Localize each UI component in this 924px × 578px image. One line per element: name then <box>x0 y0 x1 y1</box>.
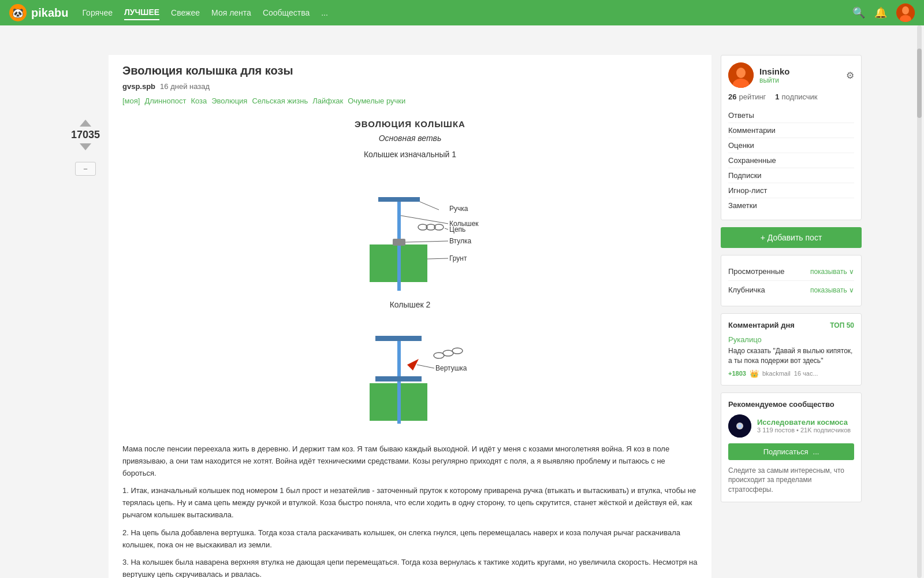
svg-rect-23 <box>375 376 422 381</box>
add-post-button[interactable]: + Добавить пост <box>721 227 862 248</box>
scrollbar-thumb[interactable] <box>917 49 922 118</box>
klubnichka-row: Клубничка показывать ∨ <box>728 281 854 299</box>
rec-community: Исследователи космоса 3 119 постов • 21K… <box>728 414 854 438</box>
username[interactable]: Insinko <box>759 66 790 76</box>
sidebar-item-comments[interactable]: Комментарии <box>728 123 854 138</box>
viewed-show-link[interactable]: показывать ∨ <box>810 268 854 276</box>
sidebar-item-saved[interactable]: Сохраненные <box>728 153 854 168</box>
nav-moya-lenta[interactable]: Моя лента <box>211 6 251 20</box>
user-info: Insinko выйти <box>759 66 790 84</box>
viewed-row: Просмотренные показывать ∨ <box>728 262 854 281</box>
sidebar: Insinko выйти ⚙ 26 рейтинг 1 подписчик О… <box>711 50 862 578</box>
tag-dlinnopst[interactable]: Длиннопост <box>144 97 186 105</box>
preferences-card: Просмотренные показывать ∨ Клубничка пок… <box>721 255 862 306</box>
comment-user[interactable]: bkackmail <box>762 370 791 377</box>
post-text-3: 2. На цепь была добавлена вертушка. Тогд… <box>122 527 698 551</box>
kolushek2-label: Колышек 2 <box>127 300 693 309</box>
kolushek1-label: Колышек изначальный 1 <box>127 150 693 159</box>
sidebar-item-ignore[interactable]: Игнор-лист <box>728 183 854 198</box>
svg-text:Вертушка: Вертушка <box>435 364 467 372</box>
sidebar-item-answers[interactable]: Ответы <box>728 108 854 123</box>
comment-time: 16 час... <box>794 370 818 377</box>
svg-text:Втулка: Втулка <box>449 237 471 245</box>
sidebar-nav: Ответы Комментарии Оценки Сохраненные По… <box>728 108 854 213</box>
sidebar-item-ratings[interactable]: Оценки <box>728 138 854 153</box>
comment-author[interactable]: Рукалицо <box>728 335 854 344</box>
branch-title: Основная ветвь <box>127 134 693 143</box>
scrollbar[interactable] <box>917 25 922 578</box>
user-card: Insinko выйти ⚙ 26 рейтинг 1 подписчик О… <box>721 55 862 220</box>
comment-day-header: Комментарий дня ТОП 50 <box>728 321 854 329</box>
tag-selskaya[interactable]: Сельская жизнь <box>252 97 308 105</box>
subscribers-label: подписчик <box>782 92 818 101</box>
nav-luchshee[interactable]: ЛУЧШЕЕ <box>124 5 159 20</box>
user-stats: 26 рейтинг 1 подписчик <box>728 92 854 101</box>
nav-svezhee[interactable]: Свежее <box>171 6 200 20</box>
bell-icon[interactable]: 🔔 <box>874 6 887 19</box>
post-title: Эволюция колышка для козы <box>122 64 698 77</box>
klubnichka-show-link[interactable]: показывать ∨ <box>810 286 854 294</box>
post-tags: [моя] Длиннопост Коза Эволюция Сельская … <box>122 97 698 105</box>
svg-line-13 <box>401 216 448 224</box>
downvote-button[interactable] <box>80 143 91 150</box>
svg-text:Цепь: Цепь <box>449 225 465 234</box>
tag-ochumelye[interactable]: Очумелые ручки <box>348 97 405 105</box>
diagram-svg2: Вертушка <box>323 314 497 429</box>
search-icon[interactable]: 🔍 <box>852 6 865 19</box>
sidebar-item-notes[interactable]: Заметки <box>728 198 854 213</box>
tag-moy[interactable]: [моя] <box>122 97 140 105</box>
logo[interactable]: 🐼 pikabu <box>9 4 68 21</box>
vote-column: 17035 − <box>62 50 109 578</box>
logo-text: pikabu <box>31 6 68 20</box>
main-content: Эволюция колышка для козы gvsp.spb 16 дн… <box>109 55 711 578</box>
save-button[interactable]: − <box>75 162 96 176</box>
settings-icon[interactable]: ⚙ <box>846 70 854 81</box>
subscribe-button[interactable]: Подписаться ... <box>728 443 854 460</box>
tag-laifkhak[interactable]: Лайфхак <box>312 97 343 105</box>
user-avatar-header[interactable] <box>896 3 915 22</box>
svg-rect-5 <box>378 197 420 202</box>
svg-text:Грунт: Грунт <box>449 254 467 262</box>
diagram-svg1-wrap: Ручка Колышек Цепь Втулка Грунт <box>127 164 693 291</box>
vote-count: 17035 <box>71 129 100 141</box>
upvote-button[interactable] <box>80 120 91 127</box>
svg-rect-22 <box>375 336 422 341</box>
comment-day-title: Комментарий дня <box>728 321 795 329</box>
svg-line-15 <box>445 228 448 229</box>
svg-line-17 <box>405 241 448 242</box>
page-wrapper: 17035 − Эволюция колышка для козы gvsp.s… <box>58 50 866 578</box>
crown-icon: 👑 <box>750 369 759 378</box>
top50-link[interactable]: ТОП 50 <box>830 321 854 329</box>
user-header: Insinko выйти ⚙ <box>728 62 854 88</box>
diagram-svg1: Ручка Колышек Цепь Втулка Грунт <box>323 164 497 291</box>
post-text-2: 1. Итак, изначальный колышек под номером… <box>122 485 698 521</box>
rec-title: Рекомендуемое сообщество <box>728 400 854 409</box>
subscribers-count: 1 <box>775 92 779 101</box>
tag-evolyutsiya[interactable]: Эволюция <box>211 97 247 105</box>
rating-stat: 26 рейтинг <box>728 92 766 101</box>
post-text-1: Мама после пенсии переехала жить в дерев… <box>122 443 698 479</box>
svg-text:Ручка: Ручка <box>449 205 468 213</box>
sidebar-avatar[interactable] <box>728 62 754 88</box>
tag-koza[interactable]: Коза <box>191 97 207 105</box>
subscribe-more[interactable]: ... <box>813 447 819 456</box>
nav-more[interactable]: ... <box>321 6 328 20</box>
nav-goryachee[interactable]: Горячее <box>82 6 113 20</box>
rec-community-info: Исследователи космоса 3 119 постов • 21K… <box>757 418 851 433</box>
post-meta: gvsp.spb 16 дней назад <box>122 82 698 91</box>
comment-text: Надо сказать "Давай я вылью кипяток, а т… <box>728 346 854 366</box>
rec-community-name[interactable]: Исследователи космоса <box>757 418 851 427</box>
header: 🐼 pikabu Горячее ЛУЧШЕЕ Свежее Моя лента… <box>0 0 924 25</box>
rating-count: 26 <box>728 92 736 101</box>
logout-link[interactable]: выйти <box>759 76 790 84</box>
sidebar-item-subscriptions[interactable]: Подписки <box>728 168 854 183</box>
post-time: 16 дней назад <box>160 82 210 91</box>
subscribe-label: Подписаться <box>763 447 808 456</box>
nav-soobshhestva[interactable]: Сообщества <box>263 6 310 20</box>
post-author[interactable]: gvsp.spb <box>122 82 155 91</box>
rec-community-stats: 3 119 постов • 21K подписчиков <box>757 427 851 433</box>
diagram: ЭВОЛЮЦИЯ КОЛЫШКА Основная ветвь Колышек … <box>122 114 698 434</box>
rec-desc: Следите за самым интересным, что происхо… <box>728 466 854 495</box>
svg-line-29 <box>417 365 434 368</box>
diagram-title: ЭВОЛЮЦИЯ КОЛЫШКА <box>127 119 693 129</box>
